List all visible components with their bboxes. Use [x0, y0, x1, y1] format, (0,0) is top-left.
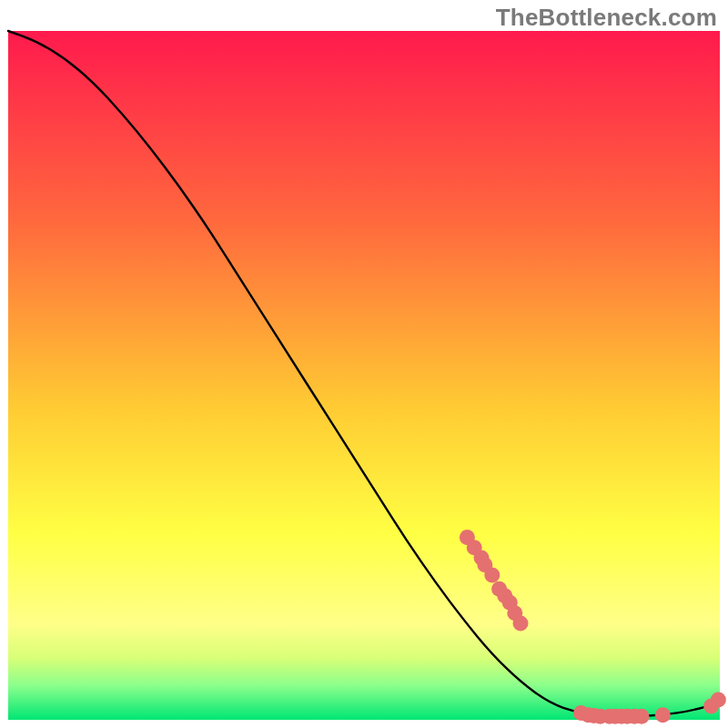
- data-point: [513, 616, 529, 632]
- gradient-background: [8, 31, 720, 720]
- data-point: [711, 693, 726, 708]
- data-point: [655, 707, 671, 723]
- data-point: [634, 709, 650, 724]
- bottleneck-chart: [0, 0, 728, 728]
- data-point: [484, 568, 500, 583]
